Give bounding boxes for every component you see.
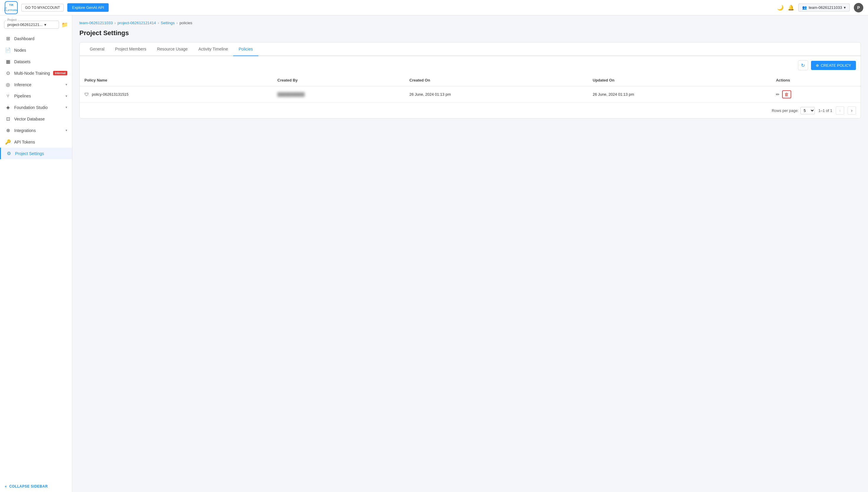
sidebar-item-dashboard[interactable]: ⊞ Dashboard (0, 33, 72, 44)
policy-name-cell: 🛡 policy-062613131515 (80, 86, 273, 103)
col-created-on: Created On (405, 74, 588, 86)
breadcrumb-project[interactable]: project-062612121414 (118, 21, 156, 25)
team-selector-button[interactable]: 👥 team-06261211033 ▾ (798, 3, 850, 11)
breadcrumb-settings[interactable]: Settings (161, 21, 175, 25)
api-tokens-icon: 🔑 (5, 139, 11, 145)
policies-table: Policy Name Created By Created On Update… (80, 74, 861, 102)
settings-card: General Project Members Resource Usage A… (79, 42, 861, 118)
project-chevron-icon: ▾ (44, 22, 46, 27)
vector-database-icon: ⊡ (5, 116, 11, 122)
breadcrumb-team[interactable]: team-06261211033 (79, 21, 113, 25)
page-info: 1–1 of 1 (818, 108, 832, 113)
sidebar-item-multi-node[interactable]: ⊙ Multi-Node Training Internal (0, 67, 72, 79)
tabs-bar: General Project Members Resource Usage A… (80, 43, 861, 56)
header-right: 🌙 🔔 👥 team-06261211033 ▾ P (777, 3, 863, 13)
policy-name-value: policy-062613131515 (92, 92, 128, 97)
created-by-value: ██████████ (278, 92, 305, 97)
breadcrumb-sep-3: › (177, 21, 178, 25)
datasets-icon: ▦ (5, 59, 11, 65)
project-dropdown[interactable]: project-062612121... ▾ (4, 21, 59, 29)
prev-page-button[interactable]: ‹ (836, 106, 844, 115)
col-policy-name: Policy Name (80, 74, 273, 86)
avatar[interactable]: P (854, 3, 863, 13)
tab-activity-timeline[interactable]: Activity Timeline (193, 43, 233, 56)
tab-resource-usage[interactable]: Resource Usage (152, 43, 193, 56)
refresh-button[interactable]: ↻ (798, 60, 808, 70)
page-title: Project Settings (79, 29, 861, 37)
main-container: Project project-062612121... ▾ 📁 ⊞ Dashb… (0, 15, 868, 492)
tab-general[interactable]: General (84, 43, 110, 56)
table-body: 🛡 policy-062613131515 ██████████ 26 June… (80, 86, 861, 103)
sidebar-item-foundation-studio[interactable]: ◈ Foundation Studio ▾ (0, 102, 72, 113)
sidebar-item-inference[interactable]: ◎ Inference ▾ (0, 79, 72, 90)
chevron-down-icon: ▾ (66, 94, 67, 98)
sidebar-item-datasets[interactable]: ▦ Datasets (0, 56, 72, 67)
project-value: project-062612121... (7, 22, 43, 27)
delete-policy-button[interactable]: 🗑 (782, 90, 791, 98)
sidebar-item-label: Foundation Studio (14, 105, 62, 110)
dark-mode-icon[interactable]: 🌙 (777, 4, 784, 11)
created-by-cell: ██████████ (273, 86, 405, 103)
sidebar-item-label: Pipelines (14, 94, 62, 98)
policy-shield-icon: 🛡 (84, 92, 89, 97)
project-select-container: Project project-062612121... ▾ (4, 21, 59, 29)
tab-policies[interactable]: Policies (233, 43, 258, 56)
action-buttons: ✏ 🗑 (776, 90, 856, 98)
pagination-row: Rows per page: 5 10 25 1–1 of 1 ‹ › (80, 102, 861, 118)
chevron-down-icon: ▾ (66, 105, 67, 109)
sidebar-item-nodes[interactable]: 📄 Nodes (0, 44, 72, 56)
top-header: TIR AI PLATFORM GO TO MYACCOUNT Explore … (0, 0, 868, 15)
collapse-sidebar-button[interactable]: « COLLAPSE SIDEBAR (0, 481, 72, 492)
project-selector-area: Project project-062612121... ▾ 📁 (0, 18, 72, 33)
col-actions: Actions (771, 74, 861, 86)
sidebar-item-label: Datasets (14, 59, 67, 64)
sidebar-item-label: Project Settings (15, 151, 67, 156)
actions-cell: ✏ 🗑 (771, 86, 861, 103)
team-chevron-icon: ▾ (844, 5, 846, 10)
rows-per-page-label: Rows per page: (772, 108, 799, 113)
inference-icon: ◎ (5, 82, 11, 88)
tab-project-members[interactable]: Project Members (110, 43, 152, 56)
sidebar-item-label: Dashboard (14, 36, 67, 41)
sidebar-item-project-settings[interactable]: ⚙ Project Settings (0, 148, 72, 159)
create-policy-button[interactable]: ⊕ CREATE POLICY (811, 61, 856, 70)
project-settings-icon: ⚙ (6, 151, 12, 156)
notification-icon[interactable]: 🔔 (788, 4, 794, 11)
edit-policy-button[interactable]: ✏ (776, 92, 780, 97)
col-updated-on: Updated On (588, 74, 771, 86)
multi-node-icon: ⊙ (5, 70, 11, 76)
rows-per-page-section: Rows per page: 5 10 25 (772, 107, 815, 114)
sidebar-item-label: Vector Database (14, 117, 67, 121)
sidebar-item-api-tokens[interactable]: 🔑 API Tokens (0, 136, 72, 148)
created-on-cell: 26 June, 2024 01:13 pm (405, 86, 588, 103)
breadcrumb-sep-2: › (158, 21, 159, 25)
content-area: team-06261211033 › project-062612121414 … (72, 15, 868, 492)
chevron-down-icon: ▾ (66, 128, 67, 132)
sidebar-item-label: Integrations (14, 128, 62, 133)
explore-genai-button[interactable]: Explore GenAI API (67, 3, 109, 12)
sidebar-item-pipelines[interactable]: ⑂ Pipelines ▾ (0, 90, 72, 102)
sidebar-item-integrations[interactable]: ⊗ Integrations ▾ (0, 125, 72, 136)
nodes-icon: 📄 (5, 47, 11, 53)
sidebar-item-label: Inference (14, 82, 62, 87)
chevron-down-icon: ▾ (66, 83, 67, 87)
integrations-icon: ⊗ (5, 128, 11, 133)
sidebar-item-label: API Tokens (14, 140, 67, 144)
updated-on-cell: 26 June, 2024 01:13 pm (588, 86, 771, 103)
rows-per-page-select[interactable]: 5 10 25 (800, 107, 815, 114)
team-name-label: team-06261211033 (809, 5, 842, 10)
collapse-label: COLLAPSE SIDEBAR (9, 484, 48, 489)
header-left: TIR AI PLATFORM GO TO MYACCOUNT Explore … (5, 1, 109, 14)
myaccount-button[interactable]: GO TO MYACCOUNT (21, 4, 64, 11)
table-header: Policy Name Created By Created On Update… (80, 74, 861, 86)
project-label: Project (6, 18, 18, 22)
next-page-button[interactable]: › (848, 106, 856, 115)
breadcrumb: team-06261211033 › project-062612121414 … (79, 21, 861, 25)
logo-icon: TIR AI PLATFORM (5, 1, 18, 14)
sidebar-item-label: Multi-Node Training (14, 71, 50, 76)
sidebar-item-vector-database[interactable]: ⊡ Vector Database (0, 113, 72, 125)
sidebar-item-label: Nodes (14, 48, 67, 53)
pipelines-icon: ⑂ (5, 93, 11, 99)
add-folder-icon[interactable]: 📁 (61, 22, 68, 28)
team-icon: 👥 (802, 5, 807, 10)
